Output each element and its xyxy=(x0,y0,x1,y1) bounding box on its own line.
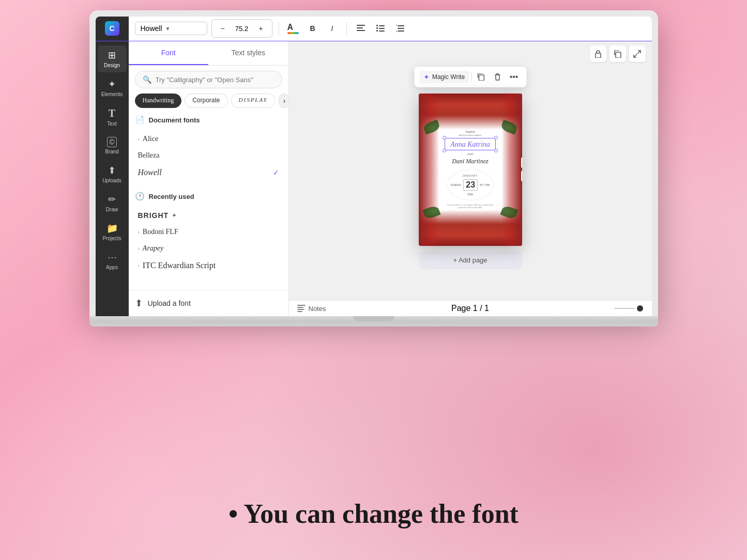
more-dots-icon: ••• xyxy=(510,72,519,82)
search-box[interactable]: 🔍 xyxy=(135,71,282,88)
sidebar-item-text[interactable]: T Text xyxy=(98,103,127,131)
font-item-bodoni[interactable]: › Bodoni FLF xyxy=(135,224,282,240)
expand-icon xyxy=(633,50,641,58)
font-item-belleza-left: Belleza xyxy=(138,151,160,160)
sidebar-item-projects[interactable]: 📁 Projects xyxy=(98,219,127,245)
line-spacing-button[interactable] xyxy=(392,21,408,36)
bottom-text-section: • You can change the font xyxy=(0,499,747,529)
sidebar-label-brand: Brand xyxy=(105,149,119,154)
popup-more-button[interactable]: ••• xyxy=(507,70,521,84)
magic-write-button[interactable]: ✦ Magic Write xyxy=(419,71,469,83)
lock-button[interactable] xyxy=(590,45,606,62)
card-day: SUNDAY xyxy=(451,183,461,186)
sidebar-item-design[interactable]: ⊞ Design xyxy=(98,45,127,72)
canva-logo: C xyxy=(105,21,119,36)
increase-font-size-button[interactable]: + xyxy=(253,21,269,36)
expand-icon-itc: › xyxy=(138,263,140,269)
svg-rect-9 xyxy=(398,25,404,26)
zoom-dot[interactable] xyxy=(637,305,643,312)
card-date-row: SUNDAY 23 AT 7 PM xyxy=(451,179,490,191)
svg-rect-0 xyxy=(357,25,365,26)
font-item-bright-left: Bright ✦ xyxy=(138,211,177,220)
svg-rect-1 xyxy=(357,27,363,28)
notes-label: Notes xyxy=(309,305,326,313)
add-page-button[interactable]: + Add page xyxy=(419,251,522,269)
move-button[interactable]: ✥ xyxy=(521,170,522,182)
card-date-circle: JANUARY SUNDAY 23 AT 7 PM 2026 xyxy=(447,169,494,200)
font-name-arapey: Arapey xyxy=(143,244,163,253)
upload-font-button[interactable]: ⬆ Upload a font xyxy=(129,290,288,316)
card-bottom-text: You and others in our hearts. We hope al… xyxy=(445,204,496,209)
checkmark-icon: ✓ xyxy=(273,168,279,177)
font-name-bright: Bright xyxy=(138,211,169,220)
sidebar-item-uploads[interactable]: ⬆ Uploads xyxy=(98,161,127,188)
italic-button[interactable]: I xyxy=(325,21,340,36)
toolbar-divider-1 xyxy=(279,22,279,35)
design-icon: ⊞ xyxy=(108,50,116,61)
font-panel: Font Text styles 🔍 Handwriting Corporate xyxy=(129,41,289,316)
sidebar-item-brand[interactable]: © Brand xyxy=(98,133,127,159)
left-sidebar: ⊞ Design ✦ Elements T Text © Brand xyxy=(96,41,129,316)
elements-icon: ✦ xyxy=(108,79,116,90)
list-button[interactable] xyxy=(373,21,388,36)
svg-rect-10 xyxy=(398,28,404,29)
tab-text-styles[interactable]: Text styles xyxy=(208,41,288,65)
card-together-text: Togetherwith their charm together, xyxy=(459,130,482,136)
expand-icon-bodoni: › xyxy=(138,229,140,235)
copy-button[interactable] xyxy=(609,45,626,62)
font-item-itc[interactable]: › ITC Edwardian Script xyxy=(135,257,282,274)
align-button[interactable] xyxy=(353,21,369,36)
filter-handwriting[interactable]: Handwriting xyxy=(135,94,182,108)
font-size-value[interactable]: 75.2 xyxy=(233,25,251,33)
filter-more[interactable]: › xyxy=(279,94,288,108)
font-item-alice[interactable]: › Alice xyxy=(135,131,282,147)
svg-rect-4 xyxy=(379,25,385,26)
bold-button[interactable]: B xyxy=(305,21,321,36)
card-container[interactable]: ✦ Magic Write xyxy=(419,94,522,273)
font-selector-dropdown[interactable]: Howell ▼ xyxy=(135,22,207,35)
font-item-howell[interactable]: Howell ✓ xyxy=(135,164,282,181)
font-item-belleza[interactable]: Belleza xyxy=(135,147,282,164)
magic-star-icon: ✦ xyxy=(423,73,430,81)
trash-icon xyxy=(494,73,500,81)
card-background: Togetherwith their charm together, Anna … xyxy=(419,94,522,246)
text-color-button[interactable]: A xyxy=(285,21,301,36)
sidebar-label-elements: Elements xyxy=(101,91,123,97)
popup-divider-1 xyxy=(471,72,471,82)
copy-icon xyxy=(614,50,621,58)
brand-icon: © xyxy=(107,137,116,147)
notes-button[interactable]: Notes xyxy=(297,305,326,313)
color-icon: A xyxy=(287,23,299,34)
upload-font-label: Upload a font xyxy=(148,299,191,307)
card-name1-container: Anna Katrina xyxy=(445,138,496,150)
sidebar-item-elements[interactable]: ✦ Elements xyxy=(98,74,127,101)
bottom-text: • You can change the font xyxy=(228,499,519,528)
magic-write-label: Magic Write xyxy=(432,73,465,81)
search-input[interactable] xyxy=(156,76,275,84)
canva-top-bar: C Howell ▼ − 75.2 + xyxy=(96,17,652,41)
projects-icon: 📁 xyxy=(106,223,118,234)
svg-rect-15 xyxy=(616,52,621,58)
card-and-text: and xyxy=(467,152,473,156)
wedding-card[interactable]: Togetherwith their charm together, Anna … xyxy=(419,94,522,246)
expand-button[interactable] xyxy=(629,45,646,62)
svg-line-17 xyxy=(634,54,637,57)
tab-font[interactable]: Font xyxy=(129,41,209,65)
sidebar-label-text: Text xyxy=(107,121,116,127)
canvas-main: ✦ Magic Write xyxy=(289,66,652,300)
filter-corporate[interactable]: Corporate xyxy=(185,94,227,108)
rotate-button[interactable]: ↺ xyxy=(521,157,522,168)
popup-delete-button[interactable] xyxy=(490,70,505,84)
draw-icon: ✏ xyxy=(108,194,116,205)
popup-copy-button[interactable] xyxy=(474,70,488,84)
sidebar-item-apps[interactable]: ⋯ Apps xyxy=(98,247,127,274)
font-item-bodoni-left: › Bodoni FLF xyxy=(138,228,178,236)
lock-icon xyxy=(594,50,602,58)
font-item-bright[interactable]: Bright ✦ xyxy=(135,207,282,224)
decrease-font-size-button[interactable]: − xyxy=(215,21,231,36)
sidebar-item-draw[interactable]: ✏ Draw xyxy=(98,190,127,216)
filter-display[interactable]: DISPLAY xyxy=(231,94,276,108)
canva-logo-area: C xyxy=(96,17,129,41)
font-item-arapey[interactable]: › Arapey xyxy=(135,240,282,257)
handle-br xyxy=(494,149,498,152)
